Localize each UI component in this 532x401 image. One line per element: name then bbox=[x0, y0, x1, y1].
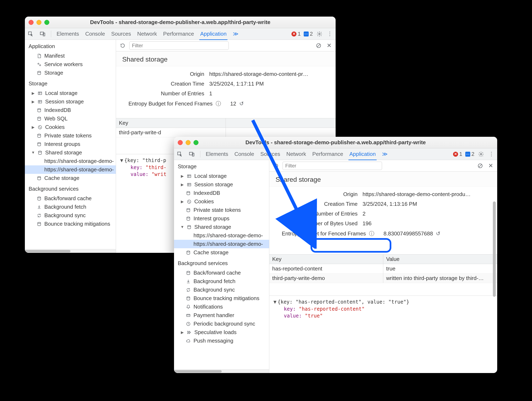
device-toolbar-icon[interactable] bbox=[39, 30, 46, 38]
sidebar-item-manifest[interactable]: Manifest bbox=[25, 52, 116, 60]
refresh-icon[interactable] bbox=[272, 162, 280, 170]
tab-elements[interactable]: Elements bbox=[205, 151, 229, 157]
sidebar-item-bfcache[interactable]: Back/forward cache bbox=[25, 194, 116, 203]
block-icon[interactable] bbox=[315, 42, 322, 49]
vertical-scrollbar[interactable] bbox=[491, 160, 497, 373]
table-row[interactable]: third-party-write-d bbox=[116, 128, 336, 137]
tab-application[interactable]: Application bbox=[348, 151, 376, 160]
sidebar-item-bfcache[interactable]: Back/forward cache bbox=[174, 269, 269, 277]
horizontal-scrollbar[interactable] bbox=[25, 249, 116, 253]
filter-input[interactable] bbox=[283, 162, 382, 170]
tab-application[interactable]: Application bbox=[199, 31, 227, 40]
traffic-lights bbox=[29, 20, 49, 25]
sidebar-item-interest-groups[interactable]: Interest groups bbox=[174, 214, 269, 223]
horizontal-scrollbar[interactable] bbox=[174, 369, 269, 373]
titlebar[interactable]: DevTools - shared-storage-demo-publisher… bbox=[174, 137, 497, 148]
database-icon bbox=[37, 141, 42, 147]
sidebar-item-private-state-tokens[interactable]: Private state tokens bbox=[174, 206, 269, 214]
tab-performance[interactable]: Performance bbox=[162, 31, 195, 37]
sidebar-item-bg-sync[interactable]: Background sync bbox=[174, 286, 269, 294]
sidebar-item-session-storage[interactable]: ▶Session storage bbox=[25, 97, 116, 106]
sidebar-item-private-state-tokens[interactable]: Private state tokens bbox=[25, 131, 116, 140]
kebab-icon[interactable]: ⋮ bbox=[488, 150, 495, 158]
tab-console[interactable]: Console bbox=[234, 151, 255, 157]
sidebar-item-indexeddb[interactable]: IndexedDB bbox=[174, 189, 269, 197]
gear-icon[interactable] bbox=[316, 30, 323, 38]
sidebar-item-service-workers[interactable]: Service workers bbox=[25, 60, 116, 69]
reset-icon[interactable]: ↺ bbox=[239, 101, 244, 107]
cookie-icon bbox=[37, 125, 43, 130]
message-badge[interactable]: ⋯2 bbox=[465, 151, 475, 157]
caret-down-icon[interactable]: ▼ bbox=[273, 299, 278, 306]
close-icon[interactable] bbox=[29, 20, 34, 25]
info-icon[interactable]: ⓘ bbox=[369, 230, 374, 237]
tab-network[interactable]: Network bbox=[285, 151, 307, 157]
sidebar-item-payment-handler[interactable]: Payment handler bbox=[174, 311, 269, 319]
column-value-header[interactable]: Value bbox=[383, 255, 497, 264]
tab-sources[interactable]: Sources bbox=[260, 151, 281, 157]
message-badge[interactable]: ⋯2 bbox=[304, 31, 313, 37]
titlebar[interactable]: DevTools - shared-storage-demo-publisher… bbox=[25, 17, 336, 28]
sidebar-item-websql[interactable]: Web SQL bbox=[25, 115, 116, 123]
kebab-icon[interactable]: ⋮ bbox=[326, 30, 334, 38]
close-icon[interactable] bbox=[178, 140, 183, 145]
filter-input[interactable] bbox=[129, 41, 229, 50]
sidebar-item-shared-origin-2[interactable]: https://shared-storage-demo- bbox=[25, 165, 116, 174]
sidebar-item-speculative-loads[interactable]: ▶Speculative loads bbox=[174, 328, 269, 337]
more-tabs-icon[interactable]: ≫ bbox=[381, 150, 389, 158]
reset-icon[interactable]: ↺ bbox=[436, 230, 440, 237]
sidebar-item-bg-sync[interactable]: Background sync bbox=[25, 211, 116, 220]
sidebar-item-shared-storage[interactable]: ▼Shared storage bbox=[174, 223, 269, 231]
sidebar-item-cookies[interactable]: ▶Cookies bbox=[174, 197, 269, 206]
device-toolbar-icon[interactable] bbox=[188, 150, 196, 158]
minimize-icon[interactable] bbox=[186, 140, 190, 145]
table-row[interactable]: has-reported-contenttrue bbox=[269, 264, 497, 274]
close-icon[interactable]: ✕ bbox=[325, 42, 333, 49]
sidebar-item-shared-origin-2[interactable]: https://shared-storage-demo- bbox=[174, 240, 269, 248]
column-key-header[interactable]: Key bbox=[269, 255, 383, 264]
inspect-element-icon[interactable] bbox=[27, 30, 34, 38]
sidebar-item-local-storage[interactable]: ▶Local storage bbox=[174, 172, 269, 180]
sidebar-item-push-messaging[interactable]: Push messaging bbox=[174, 337, 269, 345]
tab-performance[interactable]: Performance bbox=[312, 151, 344, 157]
database-icon bbox=[186, 191, 191, 196]
sidebar-item-cache-storage[interactable]: Cache storage bbox=[174, 248, 269, 257]
gear-icon[interactable] bbox=[477, 150, 485, 158]
sidebar-item-bg-fetch[interactable]: Background fetch bbox=[174, 277, 269, 286]
column-value-header[interactable] bbox=[226, 118, 336, 128]
zoom-icon[interactable] bbox=[44, 20, 49, 25]
sidebar-item-cookies[interactable]: ▶Cookies bbox=[25, 123, 116, 131]
sidebar-item-bg-fetch[interactable]: Background fetch bbox=[25, 203, 116, 211]
tab-sources[interactable]: Sources bbox=[110, 31, 132, 37]
sidebar-item-cache-storage[interactable]: Cache storage bbox=[25, 174, 116, 182]
more-tabs-icon[interactable]: ≫ bbox=[232, 30, 240, 38]
sidebar-item-indexeddb[interactable]: IndexedDB bbox=[25, 106, 116, 115]
table-row[interactable]: third-party-write-demowritten into third… bbox=[269, 274, 497, 283]
sidebar-item-bounce[interactable]: Bounce tracking mitigations bbox=[174, 294, 269, 303]
svg-point-4 bbox=[38, 63, 39, 64]
error-badge[interactable]: ✕1 bbox=[453, 151, 462, 157]
sidebar-item-shared-origin-1[interactable]: https://shared-storage-demo- bbox=[174, 231, 269, 240]
column-key-header[interactable]: Key bbox=[116, 118, 226, 128]
sidebar-item-local-storage[interactable]: ▶Local storage bbox=[25, 89, 116, 97]
sidebar-item-shared-storage[interactable]: ▼Shared storage bbox=[25, 148, 116, 157]
sidebar-item-bounce[interactable]: Bounce tracking mitigations bbox=[25, 220, 116, 228]
tab-network[interactable]: Network bbox=[136, 31, 158, 37]
caret-down-icon[interactable]: ▼ bbox=[120, 157, 124, 164]
tab-console[interactable]: Console bbox=[84, 31, 106, 37]
sidebar-item-session-storage[interactable]: ▶Session storage bbox=[174, 180, 269, 189]
creation-time-label: Creation Time bbox=[276, 201, 362, 207]
tab-elements[interactable]: Elements bbox=[56, 31, 80, 37]
sidebar-item-shared-origin-1[interactable]: https://shared-storage-demo- bbox=[25, 157, 116, 165]
minimize-icon[interactable] bbox=[37, 20, 41, 25]
sidebar-item-periodic-sync[interactable]: Periodic background sync bbox=[174, 319, 269, 328]
block-icon[interactable] bbox=[476, 162, 484, 170]
info-icon[interactable]: ⓘ bbox=[216, 101, 221, 107]
refresh-icon[interactable] bbox=[119, 42, 126, 49]
sidebar-item-interest-groups[interactable]: Interest groups bbox=[25, 140, 116, 148]
zoom-icon[interactable] bbox=[194, 140, 198, 145]
inspect-element-icon[interactable] bbox=[176, 150, 184, 158]
error-badge[interactable]: ✕1 bbox=[291, 31, 301, 37]
sidebar-item-storage[interactable]: Storage bbox=[25, 69, 116, 77]
sidebar-item-notifications[interactable]: Notifications bbox=[174, 303, 269, 311]
